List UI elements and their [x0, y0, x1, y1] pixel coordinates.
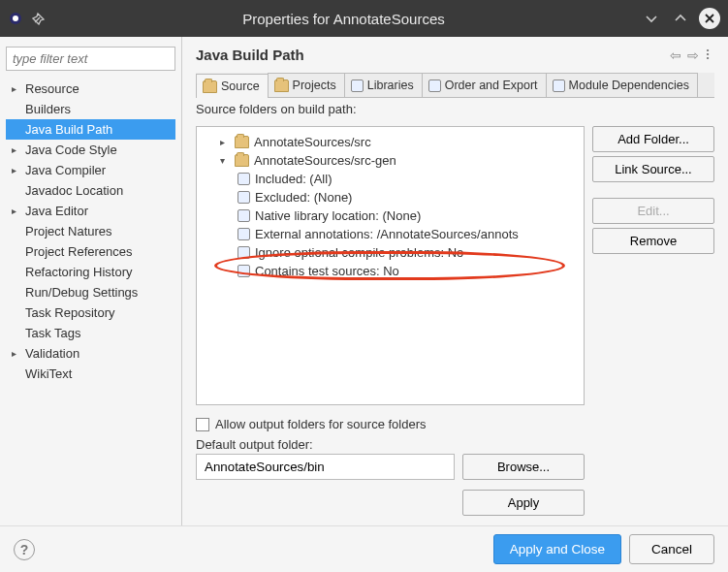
tab-module-dependencies[interactable]: Module Dependencies: [546, 73, 698, 97]
sidebar-item-java-editor[interactable]: ▸Java Editor: [6, 201, 175, 221]
view-menu-icon[interactable]: ⠇: [705, 48, 714, 63]
test-icon: [237, 265, 250, 277]
side-buttons: Add Folder... Link Source... Edit... Rem…: [592, 126, 714, 516]
filter-icon: [237, 173, 250, 185]
package-folder-icon: [235, 136, 249, 148]
sidebar-item-label: Java Build Path: [25, 122, 112, 137]
sidebar-item-java-compiler[interactable]: ▸Java Compiler: [6, 160, 175, 180]
sidebar-item-java-build-path[interactable]: Java Build Path: [6, 119, 175, 140]
tab-label: Source: [221, 79, 260, 93]
sidebar-item-refactoring-history[interactable]: Refactoring History: [6, 262, 175, 282]
sidebar-item-java-code-style[interactable]: ▸Java Code Style: [6, 140, 175, 160]
chevron-down-icon: ▾: [220, 155, 230, 166]
tree-row-src-gen[interactable]: ▾AnnotateSources/src-gen: [201, 151, 580, 170]
sidebar-item-label: Resource: [25, 81, 79, 96]
tree-row-native-lib[interactable]: Native library location: (None): [201, 207, 580, 225]
module-deps-icon: [553, 79, 565, 92]
svg-point-1: [13, 16, 18, 21]
close-button[interactable]: [699, 8, 720, 29]
sidebar-item-javadoc-location[interactable]: Javadoc Location: [6, 180, 175, 201]
filter-icon: [237, 191, 250, 204]
annotation-icon: [237, 228, 250, 240]
sidebar-item-label: Javadoc Location: [25, 183, 123, 198]
warning-icon: [237, 246, 250, 259]
minimize-button[interactable]: [641, 8, 662, 29]
default-output-input[interactable]: [196, 454, 455, 480]
sidebar-item-project-references[interactable]: Project References: [6, 241, 175, 262]
forward-arrow-icon[interactable]: ⇨: [687, 48, 699, 63]
sidebar-item-run-debug-settings[interactable]: Run/Debug Settings: [6, 282, 175, 302]
checkbox-unchecked-icon[interactable]: [196, 418, 209, 431]
libraries-icon: [351, 79, 364, 92]
sidebar-item-label: Java Compiler: [25, 163, 106, 177]
sidebar-item-builders[interactable]: Builders: [6, 99, 175, 119]
tree-row-included[interactable]: Included: (All): [201, 170, 580, 188]
window-title: Properties for AnnotateSources: [54, 11, 633, 27]
category-tree: ▸Resource Builders Java Build Path ▸Java…: [6, 77, 175, 520]
tree-label: AnnotateSources/src: [254, 135, 371, 149]
order-export-icon: [428, 79, 441, 92]
allow-output-label: Allow output folders for source folders: [215, 417, 427, 431]
sidebar-item-label: Run/Debug Settings: [25, 285, 138, 300]
tab-label: Projects: [293, 79, 336, 92]
back-arrow-icon[interactable]: ⇦: [670, 48, 681, 63]
tree-label: External annotations: /AnnotateSources/a…: [255, 227, 519, 241]
titlebar: Properties for AnnotateSources: [0, 0, 728, 37]
tree-label: Included: (All): [255, 172, 332, 186]
tab-projects[interactable]: Projects: [268, 73, 345, 97]
sidebar-item-label: WikiText: [25, 366, 72, 381]
main-panel: Java Build Path ⇦ ⇨ ⠇ Source Projects Li…: [182, 37, 728, 525]
chevron-right-icon: ▸: [12, 83, 21, 94]
link-source-button[interactable]: Link Source...: [592, 156, 714, 182]
sidebar-item-task-repository[interactable]: Task Repository: [6, 302, 175, 323]
tree-row-test-sources[interactable]: Contains test sources: No: [201, 262, 580, 280]
sidebar-item-validation[interactable]: ▸Validation: [6, 343, 175, 364]
sidebar-item-wikitext[interactable]: WikiText: [6, 364, 175, 384]
apply-button[interactable]: Apply: [462, 490, 585, 516]
sidebar: ▸Resource Builders Java Build Path ▸Java…: [0, 37, 182, 525]
tab-label: Libraries: [367, 79, 414, 92]
tree-label: Ignore optional compile problems: No: [255, 245, 463, 260]
chevron-right-icon: ▸: [12, 144, 21, 155]
sidebar-item-task-tags[interactable]: Task Tags: [6, 323, 175, 343]
tab-bar: Source Projects Libraries Order and Expo…: [196, 73, 714, 98]
sidebar-item-label: Project Natures: [25, 224, 112, 238]
help-icon[interactable]: ?: [14, 539, 35, 560]
sidebar-item-label: Refactoring History: [25, 265, 133, 279]
default-output-label: Default output folder:: [196, 437, 585, 452]
package-folder-icon: [235, 154, 249, 167]
remove-button[interactable]: Remove: [592, 228, 714, 254]
sidebar-item-resource[interactable]: ▸Resource: [6, 79, 175, 99]
tree-row-excluded[interactable]: Excluded: (None): [201, 188, 580, 207]
tab-label: Order and Export: [445, 79, 538, 92]
tab-label: Module Dependencies: [569, 79, 689, 92]
edit-button[interactable]: Edit...: [592, 198, 714, 224]
allow-output-checkbox-row[interactable]: Allow output folders for source folders: [196, 417, 585, 431]
sidebar-item-project-natures[interactable]: Project Natures: [6, 221, 175, 241]
chevron-right-icon: ▸: [12, 348, 21, 359]
tab-order-export[interactable]: Order and Export: [422, 73, 547, 97]
sidebar-item-label: Task Repository: [25, 305, 114, 320]
tree-label: Native library location: (None): [255, 208, 421, 223]
source-folder-tree[interactable]: ▸AnnotateSources/src ▾AnnotateSources/sr…: [196, 126, 585, 405]
cancel-button[interactable]: Cancel: [629, 534, 714, 564]
tree-label: AnnotateSources/src-gen: [254, 153, 396, 168]
chevron-right-icon: ▸: [12, 206, 21, 216]
sidebar-item-label: Java Editor: [25, 204, 88, 218]
tree-row-external-annots[interactable]: External annotations: /AnnotateSources/a…: [201, 225, 580, 243]
add-folder-button[interactable]: Add Folder...: [592, 126, 714, 152]
pin-icon[interactable]: [31, 11, 47, 26]
tree-row-ignore-problems[interactable]: Ignore optional compile problems: No: [201, 243, 580, 262]
apply-and-close-button[interactable]: Apply and Close: [493, 534, 621, 564]
tab-source[interactable]: Source: [196, 74, 269, 98]
chevron-right-icon: ▸: [220, 137, 230, 147]
tree-row-src[interactable]: ▸AnnotateSources/src: [201, 133, 580, 151]
browse-button[interactable]: Browse...: [462, 454, 585, 480]
projects-icon: [274, 79, 289, 92]
maximize-button[interactable]: [670, 8, 691, 29]
page-title: Java Build Path: [196, 47, 664, 63]
sidebar-item-label: Project References: [25, 244, 133, 259]
tab-libraries[interactable]: Libraries: [344, 73, 423, 97]
dialog-footer: ? Apply and Close Cancel: [0, 525, 728, 572]
filter-input[interactable]: [6, 47, 175, 71]
